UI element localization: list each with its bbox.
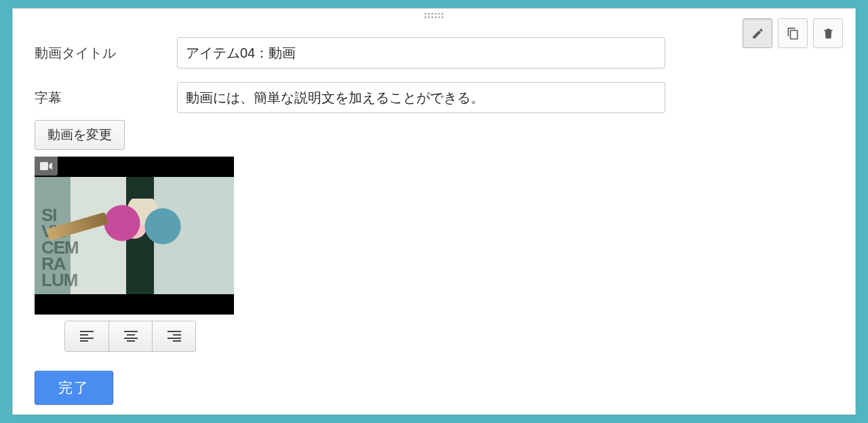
thumbnail-graffiti-text: SI VIS CEM RA LUM [41,207,79,288]
video-thumbnail[interactable]: SI VIS CEM RA LUM [35,157,234,315]
form-area: 動画タイトル 字幕 [35,37,665,127]
title-row: 動画タイトル [35,37,665,68]
svg-rect-5 [127,334,135,336]
thumbnail-image: SI VIS CEM RA LUM [35,177,234,294]
svg-rect-11 [173,340,181,342]
svg-rect-2 [80,338,94,339]
letterbox-bottom [35,294,234,315]
caption-row: 字幕 [35,82,665,113]
align-center-icon [124,331,138,342]
caption-label: 字幕 [35,89,177,107]
pencil-icon [751,27,764,40]
editor-panel: 動画タイトル 字幕 動画を変更 SI VIS CEM RA LUM 完了 [12,8,856,415]
caption-input[interactable] [177,82,665,113]
svg-rect-9 [173,334,181,336]
svg-rect-4 [124,331,138,332]
duplicate-button[interactable] [778,18,808,48]
alignment-toolbar [64,321,196,352]
done-button[interactable]: 完了 [35,371,113,405]
delete-button[interactable] [813,18,843,48]
svg-rect-7 [127,340,135,342]
align-center-button[interactable] [108,321,152,351]
svg-rect-6 [124,338,138,339]
title-input[interactable] [177,37,665,68]
svg-rect-1 [80,334,88,336]
svg-rect-8 [167,331,181,332]
card-toolbar [743,18,843,48]
edit-button[interactable] [743,18,772,48]
video-camera-icon [40,161,52,171]
video-badge [35,157,58,176]
copy-icon [787,27,800,40]
letterbox-top [35,157,234,177]
drag-handle[interactable] [425,13,443,18]
trash-icon [822,27,835,40]
align-right-button[interactable] [152,321,195,351]
svg-rect-3 [80,340,88,342]
svg-rect-0 [80,331,94,332]
align-left-button[interactable] [65,321,108,351]
change-video-button[interactable]: 動画を変更 [35,120,125,150]
align-left-icon [80,331,94,342]
title-label: 動画タイトル [35,44,177,62]
svg-rect-10 [167,338,181,339]
align-right-icon [167,331,181,342]
